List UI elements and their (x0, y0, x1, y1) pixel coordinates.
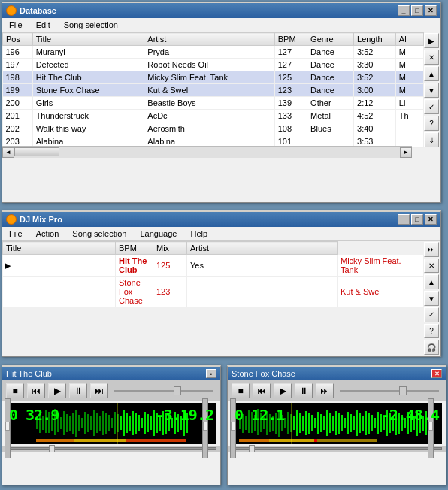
panel-btn-0[interactable]: ▶ (424, 33, 439, 48)
svg-rect-72 (284, 418, 286, 428)
cell-title: Muranyi (32, 46, 144, 59)
svg-rect-25 (108, 415, 110, 431)
close-button[interactable]: ✕ (425, 5, 437, 16)
player1-play-button[interactable]: ▶ (48, 383, 66, 398)
cell-artist: Pryda (144, 46, 274, 59)
svg-rect-30 (123, 410, 125, 436)
dj-panel-btn-help[interactable]: ? (424, 324, 439, 339)
cell-genre: Dance (307, 71, 354, 84)
svg-rect-96 (356, 410, 358, 436)
cell-artist: AcDc (144, 110, 274, 122)
cell-al: M (395, 71, 423, 84)
table-row[interactable]: 201 Thunderstruck AcDc 133 Metal 4:52 Th (3, 110, 424, 122)
player2-stop-button[interactable]: ■ (232, 383, 250, 398)
player1-close-button[interactable]: ▪ (206, 369, 216, 378)
dj-menu-help[interactable]: Help (186, 228, 211, 239)
svg-rect-82 (314, 418, 316, 428)
dj-cell-bpm2: 123 (153, 277, 187, 307)
svg-rect-91 (341, 415, 343, 431)
dj-panel-btn-headphones[interactable]: 🎧 (424, 340, 439, 355)
table-row[interactable]: 196 Muranyi Pryda 127 Dance 3:52 M (3, 46, 424, 59)
col-pos: Pos (3, 33, 33, 46)
svg-rect-93 (347, 412, 349, 434)
player1-progress-track[interactable] (6, 447, 216, 450)
cell-length: 3:30 (354, 59, 396, 71)
table-row[interactable]: 200 Girls Beastie Boys 139 Other 2:12 Li (3, 97, 424, 110)
player2-volume-slider[interactable] (340, 390, 439, 392)
panel-btn-1[interactable]: ✕ (424, 50, 439, 65)
dj-menu-song-selection[interactable]: Song selection (68, 228, 130, 239)
svg-rect-11 (66, 414, 68, 432)
player2-close-button[interactable]: ✕ (431, 369, 442, 378)
svg-rect-13 (72, 413, 74, 434)
player2-next-button[interactable]: ⏭ (316, 383, 334, 398)
panel-btn-2[interactable]: ▲ (424, 66, 439, 81)
dj-menu-file[interactable]: File (5, 228, 26, 239)
dj-menu-bar: File Action Song selection Language Help (2, 227, 440, 241)
player1-volume-slider[interactable] (114, 390, 213, 392)
menu-song-selection[interactable]: Song selection (60, 20, 122, 30)
col-al: Al (395, 33, 423, 46)
player2-pause-button[interactable]: ⏸ (295, 383, 313, 398)
scroll-left-arrow[interactable]: ◄ (2, 147, 14, 158)
dj-menu-action[interactable]: Action (32, 228, 63, 239)
svg-rect-77 (299, 413, 301, 433)
svg-rect-101 (371, 415, 373, 431)
maximize-button[interactable]: □ (411, 5, 423, 16)
dj-panel-btn-skip[interactable]: ⏭ (424, 242, 439, 257)
player1-progress-thumb[interactable] (49, 445, 55, 452)
panel-btn-6[interactable]: ⇓ (424, 132, 439, 147)
player2-progress-thumb[interactable] (249, 445, 255, 452)
panel-btn-4[interactable]: ✓ (424, 99, 439, 114)
player2-progress-track[interactable] (232, 447, 442, 450)
table-row[interactable]: 198 Hit The Club Micky Slim Feat. Tank 1… (3, 71, 424, 84)
dj-minimize-button[interactable]: _ (398, 214, 410, 225)
menu-file[interactable]: File (5, 20, 26, 30)
svg-rect-54 (126, 439, 186, 442)
dj-panel-btn-close[interactable]: ✕ (424, 259, 439, 274)
panel-btn-3[interactable]: ▼ (424, 83, 439, 98)
player2-play-button[interactable]: ▶ (274, 383, 292, 398)
cell-length: 3:52 (354, 71, 396, 84)
player2-prev-button[interactable]: ⏮ (253, 383, 271, 398)
cell-length: 4:52 (354, 110, 396, 122)
table-row[interactable]: 197 Defected Robot Needs Oil 127 Dance 3… (3, 59, 424, 71)
dj-panel-btn-up[interactable]: ▲ (424, 274, 439, 289)
svg-rect-22 (99, 416, 101, 431)
player1-stop-button[interactable]: ■ (6, 383, 24, 398)
svg-rect-19 (90, 416, 92, 430)
dj-window-icon (6, 214, 17, 225)
scroll-right-arrow[interactable]: ► (400, 147, 412, 158)
h-scrollbar[interactable]: ◄ ► (2, 146, 412, 158)
table-row[interactable]: 199 Stone Fox Chase Kut & Swel 123 Dance… (3, 84, 424, 97)
dj-close-button[interactable]: ✕ (425, 214, 437, 225)
svg-rect-85 (323, 416, 325, 430)
svg-rect-53 (74, 439, 126, 442)
cell-al: Li (395, 97, 423, 110)
player1-volume-thumb[interactable] (174, 386, 181, 395)
player2-volume-thumb[interactable] (399, 386, 407, 395)
player1-next-button[interactable]: ⏭ (90, 383, 108, 398)
panel-btn-5[interactable]: ? (424, 116, 439, 131)
dj-cell-indicator: ▶ (3, 255, 116, 277)
table-row[interactable]: 202 Walk this way Aerosmith 108 Blues 3:… (3, 122, 424, 135)
dj-table-row[interactable]: ▶ Hit The Club 125 Yes Micky Slim Feat. … (3, 255, 424, 277)
svg-rect-32 (129, 416, 131, 431)
dj-window-controls: _ □ ✕ (398, 214, 437, 225)
minimize-button[interactable]: _ (398, 5, 410, 16)
svg-rect-17 (84, 412, 86, 434)
player1-pause-button[interactable]: ⏸ (69, 383, 87, 398)
dj-panel-btn-check[interactable]: ✓ (424, 307, 439, 322)
dj-maximize-button[interactable]: □ (411, 214, 423, 225)
menu-edit[interactable]: Edit (32, 20, 54, 30)
dj-panel-btn-down[interactable]: ▼ (424, 291, 439, 306)
h-scroll-thumb[interactable] (14, 147, 59, 156)
h-scroll-track[interactable] (14, 147, 400, 158)
dj-table-row[interactable]: Stone Fox Chase 123 Kut & Swel (3, 277, 424, 307)
cell-pos: 201 (3, 110, 33, 122)
col-genre: Genre (307, 33, 354, 46)
cell-pos: 197 (3, 59, 33, 71)
player1-prev-button[interactable]: ⏮ (27, 383, 45, 398)
dj-menu-language[interactable]: Language (136, 228, 180, 239)
cell-artist: Kut & Swel (144, 84, 274, 97)
